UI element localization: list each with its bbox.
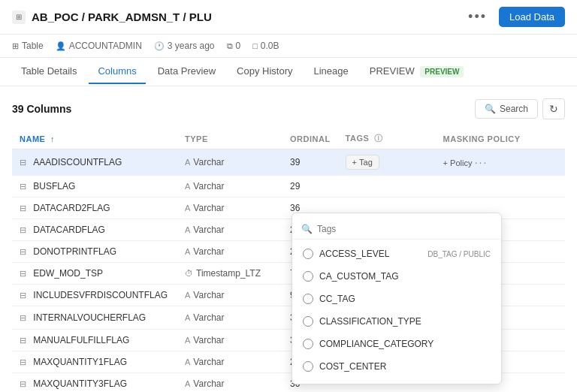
type-icon: A [185,291,190,300]
tag-circle-icon [303,249,313,259]
dropdown-item-label: CC_TAG [319,294,355,304]
table-row[interactable]: ⊟ AAADISCOUNTFLAG A Varchar 39 + Tag [12,149,565,176]
dropdown-item[interactable]: CA_CUSTOM_TAG [292,265,501,288]
dropdown-item-label: CA_CUSTOM_TAG [319,271,399,282]
type-icon: A [185,158,190,167]
dropdown-item[interactable]: COMPLIANCE_CATEGORY [292,333,501,355]
cell-tags: + Tag [338,149,436,176]
column-icon: ⊟ [20,269,26,278]
tag-circle-icon [303,271,313,282]
refresh-button[interactable]: ↻ [542,98,565,119]
cell-type: A Varchar [177,219,282,241]
header-left: ⊞ AB_POC / PARK_ADMSN_T / PLU [12,11,212,24]
load-data-button[interactable]: Load Data [499,7,565,27]
dropdown-item[interactable]: ACCESS_LEVEL DB_TAG / PUBLIC [292,243,501,265]
type-icon: A [185,225,190,234]
column-icon: ⊟ [20,291,26,300]
column-icon: ⊟ [20,225,26,234]
type-icon: A [185,336,190,345]
cell-ordinal: 29 [282,176,338,198]
clock-icon: 🕐 [154,41,165,51]
table-row[interactable]: ⊟ BUSFLAG A Varchar 29 [12,176,565,198]
cell-name: ⊟ AAADISCOUNTFLAG [12,149,177,176]
cell-type: A Varchar [177,351,282,373]
dropdown-search-row: 🔍 [292,219,501,240]
dropdown-item-left: COMPLIANCE_CATEGORY [303,339,434,349]
meta-copies: ⧉ 0 [227,41,241,51]
size-icon: □ [252,41,258,50]
meta-owner: 👤 ACCOUNTADMIN [56,41,142,51]
cell-masking [436,176,565,198]
row-more-button[interactable]: ··· [475,156,488,168]
meta-age: 🕐 3 years ago [154,41,215,51]
meta-type: ⊞ Table [12,41,44,51]
tab-copy-history[interactable]: Copy History [228,59,301,84]
cell-type: A Varchar [177,373,282,393]
tab-preview[interactable]: PREVIEW PREVIEW [361,59,473,84]
table-icon: ⊞ [12,11,26,24]
col-header-masking: MASKING POLICY [436,128,565,149]
type-icon: A [185,313,190,322]
column-icon: ⊟ [20,336,26,345]
search-button[interactable]: 🔍 Search [475,99,538,119]
dropdown-item-left: CC_TAG [303,294,355,304]
plus-icon: + [352,158,357,167]
add-policy-button[interactable]: + Policy [443,158,473,167]
cell-type: A Varchar [177,285,282,306]
search-icon: 🔍 [485,104,496,114]
dropdown-item[interactable]: COST_CENTER [292,355,501,378]
cell-type: A Varchar [177,241,282,263]
preview-badge: PREVIEW [420,66,464,77]
column-icon: ⊟ [20,247,26,256]
column-icon: ⊟ [20,313,26,322]
cell-name: ⊟ MAXQUANTITY1FLAG [12,351,177,373]
cell-type: ⏱ Timestamp_LTZ [177,263,282,285]
columns-header: 39 Columns 🔍 Search ↻ [12,98,565,119]
tab-lineage[interactable]: Lineage [304,59,357,84]
info-icon: ⓘ [374,134,383,143]
dropdown-item-left: CA_CUSTOM_TAG [303,271,399,282]
owner-icon: 👤 [56,41,66,51]
cell-name: ⊟ MANUALFULFILLFLAG [12,330,177,351]
cell-name: ⊟ DATACARD2FLAG [12,198,177,219]
cell-name: ⊟ DONOTPRINTFLAG [12,241,177,263]
cell-type: A Varchar [177,198,282,219]
cell-name: ⊟ INCLUDESVFRDISCOUNTFLAG [12,285,177,306]
tab-table-details[interactable]: Table Details [12,59,86,84]
add-tag-button[interactable]: + Tag [346,155,379,170]
type-icon: A [185,247,190,256]
page-header: ⊞ AB_POC / PARK_ADMSN_T / PLU ••• Load D… [0,0,577,35]
dropdown-item[interactable]: CLASSIFICATION_TYPE [292,310,501,333]
tab-columns[interactable]: Columns [89,59,145,84]
content-area: 39 Columns 🔍 Search ↻ NAME ↑ TYPE ORDINA… [0,86,577,392]
tab-data-preview[interactable]: Data Preview [149,59,225,84]
dropdown-item-badge: DB_TAG / PUBLIC [427,250,491,258]
cell-name: ⊟ INTERNALVOUCHERFLAG [12,306,177,330]
tab-bar: Table Details Columns Data Preview Copy … [0,58,577,86]
tag-circle-icon [303,294,313,304]
col-header-tags: TAGS ⓘ [338,128,436,149]
columns-count: 39 Columns [12,103,71,115]
column-icon: ⊟ [20,204,26,213]
meta-size: □ 0.0B [252,41,279,51]
col-header-name: NAME ↑ [12,128,177,149]
dropdown-item-left: COST_CENTER [303,361,386,372]
column-icon: ⊟ [20,357,26,366]
type-icon: A [185,182,190,191]
column-icon: ⊟ [20,158,26,167]
tags-search-input[interactable] [317,224,492,234]
dropdown-item[interactable]: CC_TAG [292,288,501,310]
type-icon: ⏱ [185,269,193,278]
cell-type: A Varchar [177,176,282,198]
sort-icon: ↑ [50,134,55,143]
dropdown-search-icon: 🔍 [301,224,313,234]
type-icon: A [185,357,190,366]
col-header-type: TYPE [177,128,282,149]
dropdown-item-left: CLASSIFICATION_TYPE [303,316,421,327]
dropdown-item-label: COST_CENTER [319,361,386,372]
cell-ordinal: 39 [282,149,338,176]
more-options-button[interactable]: ••• [462,6,493,28]
table-type-icon: ⊞ [12,41,19,51]
type-icon: A [185,204,190,213]
column-icon: ⊟ [20,182,26,191]
